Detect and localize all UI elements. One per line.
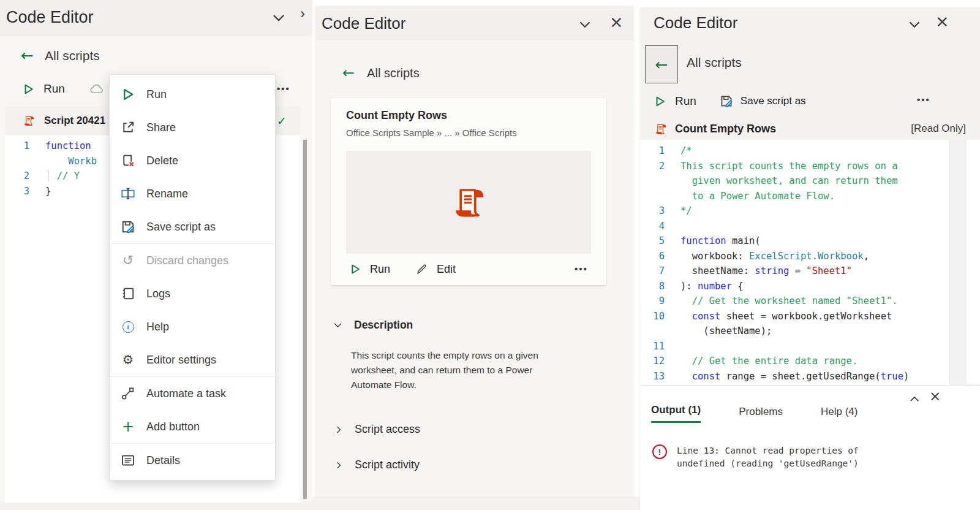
line-number: 9 [640,294,665,309]
menu-item-automate-a-task[interactable]: Automate a task [110,377,275,410]
menu-item-label: Logs [146,287,170,300]
script-preview [346,151,591,254]
back-arrow-icon: ← [655,56,668,74]
code-line: 11 [640,339,949,354]
menu-item-help[interactable]: iHelp [110,310,275,343]
script-icon [654,122,668,136]
script-card: Count Empty Rows Office Scripts Sample »… [331,98,606,285]
script-card-title: Count Empty Rows [346,109,447,122]
menu-item-add-button[interactable]: +Add button [110,410,275,443]
menu-item-run[interactable]: Run [110,78,275,111]
chevron-down-icon[interactable] [907,17,922,32]
menu-item-share[interactable]: Share [110,111,275,144]
edit-pencil-icon[interactable] [416,263,428,275]
run-icon[interactable] [349,263,361,275]
menu-item-label: Rename [146,188,188,200]
partial-chevron-icon[interactable]: › [300,5,305,22]
card-actions: Run Edit [349,259,456,280]
more-options-icon[interactable]: ••• [575,264,588,274]
menu-item-delete[interactable]: Delete [110,144,275,177]
menu-item-save-script-as[interactable]: Save script as [110,210,275,243]
code-gutter-right [967,140,980,384]
line-number: 3 [5,184,29,199]
code-line: 6 workbook: ExcelScript.Workbook, [640,249,949,264]
back-arrow-icon: ← [342,64,355,82]
chevron-down-icon[interactable] [271,10,287,26]
line-number: 12 [640,354,665,369]
code-line: 8): number { [640,279,949,294]
menu-item-label: Add button [146,421,200,433]
description-label: Description [354,319,413,332]
automate-icon [121,386,135,401]
close-icon[interactable]: × [929,389,941,403]
left-scrollbar[interactable] [303,140,307,499]
line-number: 10 [640,309,665,324]
chevron-down-icon[interactable] [578,17,592,32]
script-icon [22,114,36,128]
left-toolbar: Run S [22,80,117,98]
line-number [640,173,665,189]
discard-icon: ↺ [121,253,135,268]
run-button[interactable]: Run [675,94,696,108]
code-line: to a Power Automate Flow. [640,189,949,204]
run-button[interactable]: Run [370,263,390,276]
all-scripts-back-button[interactable]: ← [645,45,678,83]
menu-item-logs[interactable]: Logs [110,277,275,310]
right-scrollbar[interactable] [949,140,967,384]
code-text: function main( [665,234,761,249]
error-row: ! Line 13: Cannot read properties of und… [652,444,867,470]
all-scripts-back[interactable]: ← All scripts [342,64,420,82]
menu-item-rename[interactable]: Rename [110,177,275,210]
code-line: 1/* [640,143,949,159]
code-editor-textarea[interactable]: 1/*2This script counts the empty rows on… [640,140,949,387]
menu-item-label: Help [146,321,169,333]
play-icon [121,87,135,102]
error-message: Line 13: Cannot read properties of undef… [677,444,867,470]
code-line: 10 const sheet = workbook.getWorksheet [640,309,949,324]
description-section-header[interactable]: Description [333,319,413,332]
code-line: 13 const range = sheet.getUsedRange(true… [640,369,949,384]
more-options-icon[interactable]: ••• [277,83,290,94]
right-toolbar: Run Save script as [654,92,806,110]
chevron-up-icon[interactable] [908,393,921,405]
script-icon [449,183,488,222]
middle-code-editor-pane: Code Editor × ← All scripts Count Empty … [315,6,634,497]
save-script-as-button[interactable]: Save script as [741,95,806,107]
code-text: workbook: ExcelScript.Workbook, [665,249,869,264]
line-number: 6 [640,249,665,264]
code-text [665,219,680,234]
run-button[interactable]: Run [43,82,65,96]
code-text: │ // Y [29,169,80,184]
all-scripts-back[interactable]: ← All scripts [21,47,100,64]
code-line: 4 [640,219,949,234]
script-activity-section-header[interactable]: Script activity [334,459,420,471]
error-icon: ! [652,444,667,459]
back-arrow-icon: ← [21,47,34,64]
script-name: Count Empty Rows [675,123,776,135]
menu-item-editor-settings[interactable]: ⚙Editor settings [110,343,275,376]
save-script-as-icon[interactable] [720,94,733,108]
more-options-icon[interactable]: ••• [917,94,930,105]
page-title: Code Editor [654,13,737,32]
plus-icon: + [121,419,135,434]
line-number [5,154,29,169]
line-number: 1 [5,139,29,154]
menu-item-details[interactable]: Details [110,444,275,477]
tab-problems[interactable]: Problems [739,406,783,423]
script-access-section-header[interactable]: Script access [334,423,420,436]
tab-help-4[interactable]: Help (4) [821,406,858,423]
line-number: 8 [640,279,665,294]
tab-output-1[interactable]: Output (1) [651,404,701,423]
all-scripts-label[interactable]: All scripts [687,55,742,70]
run-icon[interactable] [22,83,35,96]
chevron-right-icon [334,460,344,470]
close-icon[interactable]: × [935,13,949,29]
cloud-sync-icon[interactable] [89,83,104,94]
code-line: 9 // Get the worksheet named "Sheet1". [640,294,949,309]
gear-icon: ⚙ [121,352,135,367]
close-icon[interactable]: × [609,13,624,30]
run-icon[interactable] [654,95,666,108]
edit-button[interactable]: Edit [437,263,456,276]
menu-item-label: Save script as [146,221,216,234]
output-panel: × Output (1)ProblemsHelp (4) ! Line 13: … [640,385,980,510]
